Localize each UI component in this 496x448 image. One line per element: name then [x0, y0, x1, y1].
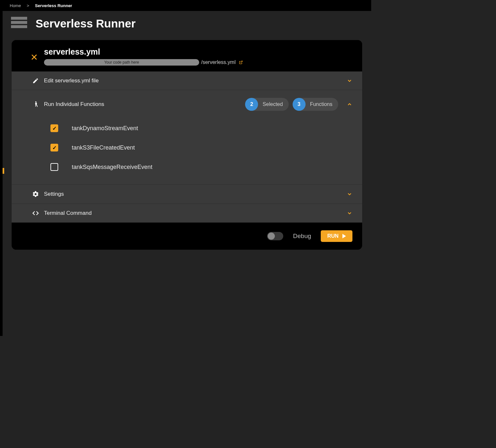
run-button[interactable]: RUN: [321, 230, 352, 242]
card-header: ✕ serverless.yml Your code path here /se…: [12, 40, 362, 71]
section-edit-header[interactable]: Edit serverless.yml file: [12, 72, 362, 90]
section-settings-label: Settings: [44, 191, 342, 197]
file-path-row: Your code path here /serverless.yml: [44, 59, 352, 66]
function-row[interactable]: tankSqsMessageReceiveEvent: [12, 157, 362, 177]
selected-label: Selected: [263, 101, 283, 107]
chevron-up-icon: [347, 101, 352, 107]
section-edit-label: Edit serverless.yml file: [44, 78, 342, 84]
function-count-badges: 2 Selected 3 Functions: [245, 98, 338, 111]
section-edit: Edit serverless.yml file: [12, 71, 362, 90]
run-person-icon: [32, 101, 39, 108]
section-terminal-header[interactable]: Terminal Command: [12, 204, 362, 223]
breadcrumb-separator: >: [27, 3, 29, 8]
section-settings: Settings: [12, 184, 362, 203]
section-run-functions: Run Individual Functions 2 Selected 3 Fu…: [12, 90, 362, 184]
breadcrumb-current: Serverless Runner: [35, 3, 72, 8]
file-path-tail: /serverless.yml: [201, 59, 236, 65]
gear-icon: [32, 191, 39, 198]
chevron-down-icon: [347, 191, 352, 197]
selected-count: 2: [245, 98, 258, 111]
run-button-label: RUN: [327, 233, 339, 239]
section-run-header[interactable]: Run Individual Functions 2 Selected 3 Fu…: [12, 90, 362, 119]
functions-badge: 3 Functions: [293, 98, 338, 111]
serverless-logo-icon: [11, 17, 27, 30]
page-title: Serverless Runner: [36, 17, 135, 30]
section-terminal: Terminal Command: [12, 203, 362, 223]
code-path-input[interactable]: Your code path here: [44, 59, 199, 66]
play-icon: [342, 234, 346, 238]
functions-label: Functions: [310, 101, 332, 107]
function-name: tankDynamoStreamEvent: [72, 125, 138, 132]
runner-card: ✕ serverless.yml Your code path here /se…: [12, 40, 362, 250]
function-checkbox[interactable]: [50, 144, 58, 151]
svg-point-0: [35, 101, 37, 103]
chevron-down-icon: [347, 78, 352, 84]
section-settings-header[interactable]: Settings: [12, 185, 362, 203]
breadcrumb: Home > Serverless Runner: [3, 0, 371, 11]
debug-toggle[interactable]: [267, 232, 283, 240]
code-icon: [32, 210, 39, 217]
section-terminal-label: Terminal Command: [44, 210, 342, 216]
toggle-knob: [268, 233, 275, 240]
function-checkbox[interactable]: [50, 163, 58, 171]
card-footer: Debug RUN: [12, 223, 362, 250]
file-name: serverless.yml: [44, 47, 352, 57]
debug-label: Debug: [293, 233, 311, 240]
chevron-down-icon: [347, 210, 352, 216]
selected-badge: 2 Selected: [245, 98, 288, 111]
function-name: tankSqsMessageReceiveEvent: [72, 164, 152, 171]
close-icon[interactable]: ✕: [30, 53, 38, 62]
function-checkbox[interactable]: [50, 124, 58, 132]
function-name: tankS3FileCreatedEvent: [72, 144, 135, 151]
function-row[interactable]: tankDynamoStreamEvent: [12, 119, 362, 138]
breadcrumb-home[interactable]: Home: [10, 3, 21, 8]
function-list: tankDynamoStreamEvent tankS3FileCreatedE…: [12, 119, 362, 184]
open-external-icon[interactable]: [239, 60, 243, 64]
functions-count: 3: [293, 98, 306, 111]
function-row[interactable]: tankS3FileCreatedEvent: [12, 138, 362, 157]
page-header: Serverless Runner: [3, 11, 371, 34]
section-run-label: Run Individual Functions: [44, 101, 241, 108]
pencil-icon: [32, 78, 39, 84]
sidebar-active-indicator: [3, 168, 4, 174]
